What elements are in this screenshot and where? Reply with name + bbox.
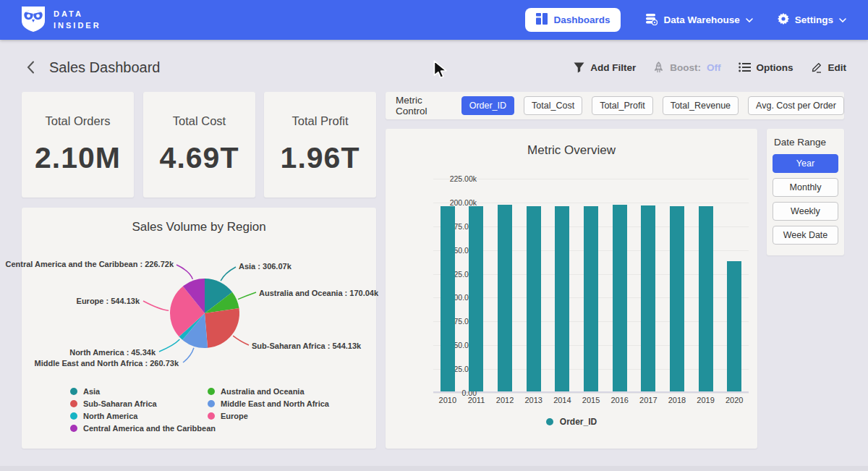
legend-label: Order_ID xyxy=(560,417,597,427)
date-button-weekly[interactable]: Weekly xyxy=(773,202,838,221)
pie-legend-item-australia-and-oceania[interactable]: Australia and Oceania xyxy=(208,387,329,396)
metric-button-order-id[interactable]: Order_ID xyxy=(461,96,514,115)
bar-chart-plot[interactable]: 225.00k200.00k175.00k150.00k125.00k100.0… xyxy=(433,179,749,393)
pie-leader-line xyxy=(183,348,194,362)
kpi-label: Total Orders xyxy=(46,114,111,128)
x-axis-tick: 2016 xyxy=(610,396,628,404)
bar-2014[interactable] xyxy=(555,206,569,391)
brand: DATA INSIDER xyxy=(20,5,101,35)
bar-2012[interactable] xyxy=(498,205,512,391)
x-axis-tick: 2018 xyxy=(668,396,686,404)
owl-logo-icon xyxy=(20,5,46,35)
bar-2018[interactable] xyxy=(670,206,684,391)
data-warehouse-menu[interactable]: Data Warehouse xyxy=(645,13,752,27)
bar-2011[interactable] xyxy=(469,206,483,391)
x-axis-tick: 2013 xyxy=(524,396,542,404)
legend-dot xyxy=(208,400,215,407)
pie-legend-column-2: Australia and OceaniaMiddle East and Nor… xyxy=(208,387,329,420)
x-axis-tick: 2017 xyxy=(639,396,657,404)
legend-dot xyxy=(208,388,215,395)
kpi-value: 4.69T xyxy=(160,141,239,175)
date-range-buttons: YearMonthlyWeeklyWeek Date xyxy=(773,154,838,245)
legend-label: North America xyxy=(83,412,137,420)
gridline xyxy=(433,393,749,394)
bar-2017[interactable] xyxy=(641,205,655,391)
bar-2020[interactable] xyxy=(727,261,741,391)
pie-leader-line xyxy=(159,339,179,352)
pie-label-australia: Australia and Oceania : 170.04k xyxy=(259,289,378,297)
back-button[interactable] xyxy=(22,59,39,76)
pie-label-central-america: Central America and the Caribbean : 226.… xyxy=(5,260,174,268)
legend-label: Europe xyxy=(221,412,248,420)
x-axis-tick: 2010 xyxy=(439,396,456,404)
bar-columns: 2010201120122013201420152016201720182019… xyxy=(433,179,749,391)
chevron-down-icon xyxy=(746,18,753,22)
bar-column-2017: 2017 xyxy=(634,179,663,391)
options-button[interactable]: Options xyxy=(739,62,793,73)
edit-button[interactable]: Edit xyxy=(811,61,847,73)
metric-control-buttons: Order_IDTotal_CostTotal_ProfitTotal_Reve… xyxy=(461,96,844,115)
bar-2016[interactable] xyxy=(613,205,627,391)
pie-label-north-america: North America : 45.34k xyxy=(69,348,156,357)
legend-dot xyxy=(208,412,215,420)
boost-toggle[interactable]: Boost: Off xyxy=(653,61,720,73)
dashboards-button[interactable]: Dashboards xyxy=(525,8,621,32)
bar-2010[interactable] xyxy=(441,206,455,391)
settings-label: Settings xyxy=(795,14,833,25)
bar-chart-title: Metric Overview xyxy=(386,129,757,158)
metric-button-total-profit[interactable]: Total_Profit xyxy=(592,96,653,115)
dashboards-label: Dashboards xyxy=(553,14,610,25)
metric-button-total-revenue[interactable]: Total_Revenue xyxy=(663,96,739,115)
dashboards-grid-icon xyxy=(536,13,548,27)
chevron-down-icon xyxy=(839,18,846,22)
bar-2013[interactable] xyxy=(527,206,541,391)
pie-slice-sub-saharan-africa[interactable] xyxy=(205,308,239,348)
date-button-year[interactable]: Year xyxy=(773,154,838,173)
pie-leader-line xyxy=(176,265,192,279)
add-filter-button[interactable]: Add Filter xyxy=(574,62,636,73)
footer-strip xyxy=(0,466,868,471)
legend-label: Central America and the Caribbean xyxy=(83,424,216,433)
bar-chart-legend: Order_ID xyxy=(386,417,757,427)
bar-chart-card: Metric Overview 225.00k200.00k175.00k150… xyxy=(386,129,757,449)
header-actions: Add Filter Boost: Off Options xyxy=(574,61,846,73)
kpi-label: Total Profit xyxy=(292,114,349,128)
settings-menu[interactable]: Settings xyxy=(778,13,846,27)
boost-state: Off xyxy=(707,62,721,73)
bar-2019[interactable] xyxy=(699,206,713,391)
pie-leader-line xyxy=(238,292,256,300)
legend-dot xyxy=(70,412,77,420)
pie-legend-item-asia[interactable]: Asia xyxy=(70,387,216,396)
kpi-card-total-orders: Total Orders 2.10M xyxy=(22,92,134,198)
pie-legend-item-sub-saharan-africa[interactable]: Sub-Saharan Africa xyxy=(70,399,216,408)
legend-label: Asia xyxy=(83,387,100,396)
pencil-icon xyxy=(811,61,822,73)
pie-label-asia: Asia : 306.07k xyxy=(239,262,292,271)
brand-text: DATA INSIDER xyxy=(54,9,101,32)
pie-legend-item-central-america-and-the-caribbean[interactable]: Central America and the Caribbean xyxy=(70,424,216,433)
pie-legend-item-middle-east-and-north-africa[interactable]: Middle East and North Africa xyxy=(208,399,329,408)
mouse-cursor xyxy=(433,60,450,79)
bar-column-2019: 2019 xyxy=(692,179,720,391)
sales-dashboard-screen: DATA INSIDER Dashboards xyxy=(0,0,868,471)
bar-column-2010: 2010 xyxy=(433,179,462,391)
pie-label-middle-east: Middle East and North Africa : 260.73k xyxy=(35,359,179,368)
data-warehouse-label: Data Warehouse xyxy=(663,14,739,25)
pie-label-sub-saharan: Sub-Saharan Africa : 544.13k xyxy=(252,341,361,350)
filter-icon xyxy=(574,62,584,73)
bar-2015[interactable] xyxy=(584,206,598,391)
x-axis-tick: 2011 xyxy=(468,396,485,404)
pie-legend-item-north-america[interactable]: North America xyxy=(70,412,216,420)
date-button-week-date[interactable]: Week Date xyxy=(773,226,838,245)
pie-legend-item-europe[interactable]: Europe xyxy=(208,412,329,420)
bar-column-2012: 2012 xyxy=(490,179,519,391)
pie-chart-card: Sales Volume by Region Central America a… xyxy=(22,208,376,449)
metric-button-avg-cost-per-order[interactable]: Avg. Cost per Order xyxy=(748,96,844,115)
top-navbar: DATA INSIDER Dashboards xyxy=(0,0,868,40)
metric-button-total-cost[interactable]: Total_Cost xyxy=(524,96,582,115)
date-button-monthly[interactable]: Monthly xyxy=(773,178,838,197)
legend-label: Sub-Saharan Africa xyxy=(83,399,157,408)
navbar-menu: Dashboards Data Warehouse xyxy=(525,8,846,32)
pie-legend-column-1: AsiaSub-Saharan AfricaNorth AmericaCentr… xyxy=(70,387,216,433)
legend-label: Australia and Oceania xyxy=(221,387,305,396)
